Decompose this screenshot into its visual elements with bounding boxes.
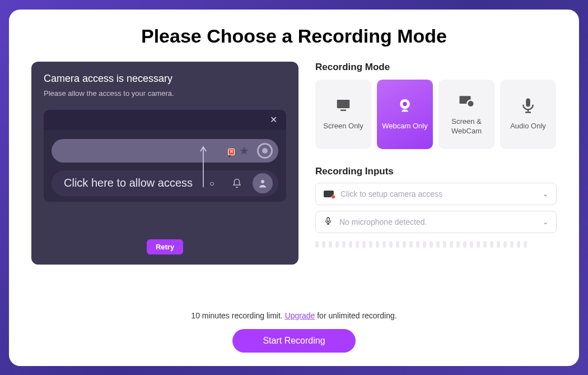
chevron-down-icon: ⌄ — [543, 218, 548, 226]
mode-webcam-only[interactable]: Webcam Only — [377, 80, 433, 149]
chevron-down-icon: ⌄ — [543, 190, 548, 198]
mock-hint-row: Click here to allow access ○ — [52, 170, 278, 196]
camera-icon — [324, 191, 334, 197]
microphone-icon — [324, 216, 333, 228]
svg-point-6 — [467, 100, 474, 108]
start-recording-button[interactable]: Start Recording — [232, 329, 355, 353]
svg-rect-1 — [337, 100, 350, 108]
mock-titlebar: ✕ — [44, 110, 286, 130]
main-card: Please Choose a Recording Mode Camera ac… — [9, 10, 579, 366]
preview-title: Camera access is necessary — [44, 73, 286, 85]
microphone-icon — [520, 97, 536, 114]
camera-preview-panel: Camera access is necessary Please allow … — [31, 62, 298, 265]
mode-label: Screen & WebCam — [438, 117, 494, 136]
browser-mock: ✕ ✕ ★ Click here to allow access ○ — [44, 110, 286, 202]
screen-webcam-icon — [458, 92, 475, 109]
user-avatar-icon — [253, 173, 273, 193]
audio-level-meter — [315, 241, 557, 248]
svg-point-0 — [261, 180, 264, 183]
camera-input-label: Click to setup camera access — [340, 189, 536, 198]
bell-icon — [227, 173, 247, 193]
recording-inputs-heading: Recording Inputs — [315, 166, 557, 177]
limit-line: 10 minutes recording limit. Upgrade for … — [31, 311, 557, 320]
webcam-icon — [396, 97, 413, 114]
mode-label: Screen Only — [323, 122, 363, 131]
mode-label: Audio Only — [510, 122, 546, 131]
mode-screen-only[interactable]: Screen Only — [315, 80, 371, 149]
mode-label: Webcam Only — [382, 122, 427, 131]
upgrade-link[interactable]: Upgrade — [285, 311, 315, 320]
close-icon[interactable]: ✕ — [270, 114, 277, 125]
mode-audio-only[interactable]: Audio Only — [500, 80, 556, 149]
mic-input-select[interactable]: No microphone detected. ⌄ — [315, 211, 557, 233]
settings-column: Recording Mode Screen Only Webcam Only S… — [315, 62, 557, 300]
footer: 10 minutes recording limit. Upgrade for … — [31, 311, 557, 353]
svg-rect-8 — [327, 217, 329, 221]
camera-input-select[interactable]: Click to setup camera access ⌄ — [315, 183, 557, 205]
page-title: Please Choose a Recording Mode — [31, 25, 557, 47]
svg-rect-2 — [340, 110, 346, 112]
preview-subtitle: Please allow the access to your camera. — [44, 89, 286, 98]
mock-url-bar: ✕ ★ — [52, 139, 278, 163]
monitor-icon — [335, 97, 352, 114]
mode-screen-webcam[interactable]: Screen & WebCam — [438, 80, 494, 149]
svg-point-4 — [403, 102, 407, 107]
mode-list: Screen Only Webcam Only Screen & WebCam … — [315, 80, 557, 149]
limit-prefix: 10 minutes recording limit. — [191, 311, 284, 320]
pointer-dot-icon: ○ — [209, 179, 214, 188]
content-columns: Camera access is necessary Please allow … — [31, 62, 557, 300]
mic-input-label: No microphone detected. — [339, 217, 536, 226]
retry-button[interactable]: Retry — [147, 239, 183, 254]
hint-text: Click here to allow access — [64, 177, 193, 189]
lens-icon — [257, 143, 273, 159]
star-icon: ★ — [239, 144, 249, 158]
recording-mode-heading: Recording Mode — [315, 62, 557, 73]
limit-suffix: for unlimited recording. — [317, 311, 396, 320]
svg-rect-7 — [526, 99, 530, 107]
